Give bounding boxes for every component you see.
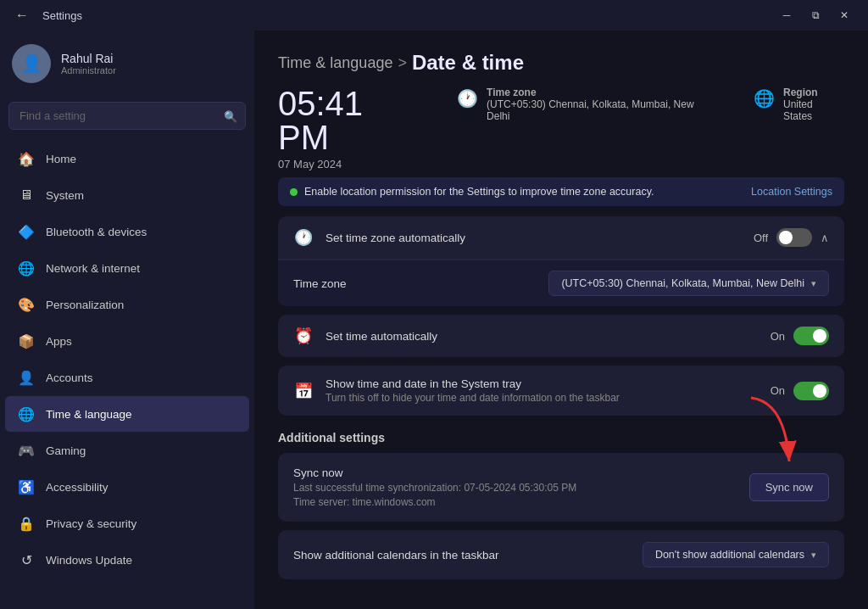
sidebar-item-update[interactable]: ↺ Windows Update	[5, 542, 249, 578]
timezone-dropdown[interactable]: (UTC+05:30) Chennai, Kolkata, Mumbai, Ne…	[548, 271, 829, 296]
show-tray-label: Show time and date in the System tray	[326, 377, 759, 390]
chevron-down-icon: ▾	[811, 278, 816, 289]
title-bar: ← Settings ─ ⧉ ✕	[0, 0, 868, 31]
tz-auto-icon: 🕐	[293, 228, 314, 247]
sync-now-button[interactable]: Sync now	[749, 473, 829, 501]
privacy-icon: 🔒	[17, 514, 36, 533]
sidebar-item-system[interactable]: 🖥 System	[5, 177, 249, 213]
user-subtitle: Administrator	[61, 65, 116, 75]
search-box: 🔍	[8, 102, 246, 130]
sidebar-item-label: Accounts	[46, 372, 93, 384]
tz-auto-state: Off	[754, 232, 768, 244]
set-time-auto-row: ⏰ Set time automatically On	[278, 315, 844, 357]
time-auto-toggle[interactable]	[793, 327, 829, 345]
maximize-button[interactable]: ⧉	[802, 5, 829, 25]
timezone-value: (UTC+05:30) Chennai, Kolkata, Mumbai, Ne…	[487, 98, 720, 122]
tray-icon: 📅	[293, 382, 314, 400]
sidebar-item-label: Gaming	[46, 444, 86, 457]
breadcrumb-sep: >	[398, 54, 407, 72]
sidebar-item-apps[interactable]: 📦 Apps	[5, 323, 249, 359]
personalization-icon: 🎨	[17, 295, 36, 314]
sidebar-item-accounts[interactable]: 👤 Accounts	[5, 360, 249, 395]
content-inner: Time & language > Date & time 05:41 PM 0…	[278, 51, 844, 579]
sidebar-item-time[interactable]: 🌐 Time & language	[5, 396, 249, 432]
gaming-icon: 🎮	[17, 441, 36, 460]
sidebar-item-label: Bluetooth & devices	[46, 226, 147, 238]
main-content: Time & language > Date & time 05:41 PM 0…	[254, 31, 868, 609]
show-tray-state: On	[771, 384, 785, 397]
sidebar-item-label: Windows Update	[46, 554, 132, 567]
region-value: United States	[783, 98, 844, 122]
expand-icon[interactable]: ∧	[821, 232, 829, 244]
sync-title: Sync now	[293, 467, 576, 479]
calendar-label: Show additional calendars in the taskbar	[293, 549, 498, 562]
region-label: Region	[783, 87, 844, 98]
sidebar-item-gaming[interactable]: 🎮 Gaming	[5, 433, 249, 468]
breadcrumb-parent: Time & language	[278, 54, 392, 72]
time-region-row: 05:41 PM 07 May 2024 🕐 Time zone (UTC+05…	[278, 87, 844, 170]
search-input[interactable]	[8, 102, 246, 130]
current-time: 05:41 PM	[278, 87, 423, 154]
tz-dropdown-area: Time zone (UTC+05:30) Chennai, Kolkata, …	[278, 260, 844, 306]
timezone-icon: 🕐	[457, 88, 478, 109]
sidebar-item-label: System	[46, 189, 84, 202]
breadcrumb: Time & language > Date & time	[278, 51, 844, 75]
sync-sub1: Last successful time synchronization: 07…	[293, 482, 576, 494]
apps-icon: 📦	[17, 332, 36, 350]
user-profile[interactable]: 👤 Rahul Rai Administrator	[0, 31, 254, 97]
sidebar-item-personalization[interactable]: 🎨 Personalization	[5, 287, 249, 322]
window-controls: ─ ⧉ ✕	[773, 5, 858, 25]
region-icon: 🌐	[754, 88, 775, 109]
tz-row-label: Time zone	[293, 277, 537, 290]
calendar-dropdown-value: Don't show additional calendars	[655, 549, 804, 561]
page-title: Date & time	[412, 51, 524, 75]
user-name: Rahul Rai	[61, 52, 116, 65]
minimize-button[interactable]: ─	[773, 5, 800, 25]
show-tray-sub: Turn this off to hide your time and date…	[326, 392, 759, 404]
calendar-row: Show additional calendars in the taskbar…	[278, 530, 844, 579]
title-bar-left: ← Settings	[10, 6, 82, 25]
close-button[interactable]: ✕	[831, 5, 858, 25]
current-date: 07 May 2024	[278, 158, 423, 170]
home-icon: 🏠	[17, 149, 36, 168]
set-tz-auto-label: Set time zone automatically	[326, 232, 742, 244]
time-auto-state: On	[771, 330, 785, 343]
region-info: 🌐 Region United States	[754, 87, 844, 122]
system-icon: 🖥	[17, 186, 36, 204]
show-tray-card: 📅 Show time and date in the System tray …	[278, 366, 844, 416]
sidebar-item-label: Time & language	[46, 408, 132, 421]
sidebar-item-label: Privacy & security	[46, 517, 136, 530]
toggle-thumb	[779, 231, 793, 244]
show-tray-toggle[interactable]	[793, 382, 829, 400]
sidebar-item-label: Personalization	[46, 299, 124, 311]
sidebar-item-label: Accessibility	[46, 481, 108, 494]
back-button[interactable]: ←	[10, 6, 34, 25]
sidebar-item-label: Network & internet	[46, 262, 140, 275]
location-banner-text: Enable location permission for the Setti…	[304, 186, 654, 198]
tz-auto-toggle[interactable]	[776, 228, 812, 247]
show-tray-row: 📅 Show time and date in the System tray …	[278, 366, 844, 416]
sidebar-item-accessibility[interactable]: ♿ Accessibility	[5, 469, 249, 505]
timezone-dropdown-value: (UTC+05:30) Chennai, Kolkata, Mumbai, Ne…	[561, 277, 804, 289]
additional-settings-label: Additional settings	[278, 431, 844, 444]
nav-list: 🏠 Home 🖥 System 🔷 Bluetooth & devices 🌐 …	[0, 140, 254, 578]
toggle-thumb	[813, 329, 826, 343]
bluetooth-icon: 🔷	[17, 222, 36, 241]
sidebar-item-label: Apps	[46, 335, 72, 348]
green-dot-icon	[290, 188, 298, 196]
set-timezone-auto-card: 🕐 Set time zone automatically Off ∧	[278, 216, 844, 306]
sidebar-item-label: Home	[46, 153, 76, 165]
sidebar-item-privacy[interactable]: 🔒 Privacy & security	[5, 506, 249, 541]
calendar-dropdown[interactable]: Don't show additional calendars ▾	[643, 542, 829, 567]
app-title: Settings	[42, 9, 82, 22]
accessibility-icon: ♿	[17, 478, 36, 496]
sidebar-item-bluetooth[interactable]: 🔷 Bluetooth & devices	[5, 214, 249, 249]
sidebar-item-network[interactable]: 🌐 Network & internet	[5, 250, 249, 286]
location-settings-link[interactable]: Location Settings	[751, 186, 832, 198]
sidebar-item-home[interactable]: 🏠 Home	[5, 141, 249, 176]
accounts-icon: 👤	[17, 368, 36, 387]
app-body: 👤 Rahul Rai Administrator 🔍 🏠 Home 🖥 Sys…	[0, 31, 868, 609]
sync-now-card: Sync now Last successful time synchroniz…	[278, 453, 844, 522]
time-auto-icon: ⏰	[293, 327, 314, 345]
set-time-auto-card: ⏰ Set time automatically On	[278, 315, 844, 357]
